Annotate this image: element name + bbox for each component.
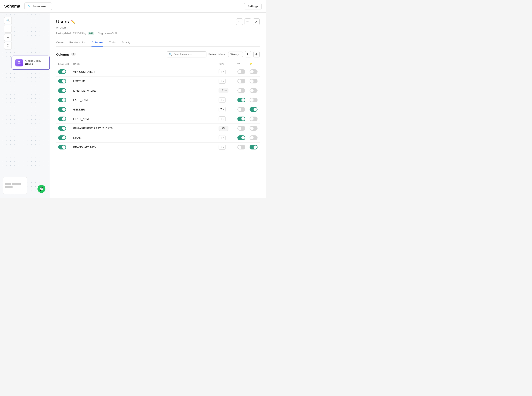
zoom-in-button[interactable]: + bbox=[4, 25, 12, 33]
tab-activity[interactable]: Activity bbox=[122, 39, 130, 47]
parent-model-node[interactable]: PARENT MODEL Users bbox=[11, 56, 50, 70]
chat-icon: 💬 bbox=[40, 187, 43, 191]
connection-lines bbox=[50, 53, 50, 70]
panel-tabs: Query Relationships Columns Traits Activ… bbox=[56, 39, 260, 47]
column-star-toggle[interactable] bbox=[238, 116, 245, 121]
chevron-down-icon: ▾ bbox=[48, 5, 49, 7]
column-star-toggle[interactable] bbox=[238, 69, 245, 74]
column-bulb-toggle[interactable] bbox=[249, 69, 258, 74]
minus-icon: − bbox=[7, 36, 9, 39]
search-button[interactable]: 🔍 bbox=[4, 17, 12, 24]
column-star-toggle[interactable] bbox=[238, 107, 245, 112]
table-row: USER_IDT▾ bbox=[56, 76, 260, 86]
chat-button[interactable]: 💬 bbox=[38, 185, 45, 193]
search-box[interactable]: 🔍 bbox=[167, 51, 206, 58]
chevron-down-icon: ▾ bbox=[223, 99, 224, 101]
type-label: 123 bbox=[221, 127, 225, 130]
column-star-toggle[interactable] bbox=[238, 88, 245, 93]
column-type-badge[interactable]: T▾ bbox=[219, 79, 226, 84]
fullscreen-button[interactable]: ⛶ bbox=[4, 42, 12, 49]
table-row: VIP_CUSTOMERT▾ bbox=[56, 67, 260, 76]
column-type-badge[interactable]: T▾ bbox=[219, 145, 226, 150]
meta-slug-value: users-3 bbox=[105, 32, 113, 35]
column-type-badge[interactable]: 123▾ bbox=[219, 126, 228, 131]
column-name: LAST_NAME bbox=[73, 99, 89, 102]
ellipsis-icon: ••• bbox=[246, 20, 249, 23]
chevron-down-icon: ▾ bbox=[223, 71, 224, 73]
column-name: USER_ID bbox=[73, 80, 85, 83]
column-bulb-toggle[interactable] bbox=[249, 88, 258, 93]
columns-table: ENABLED NAME TYPE *** 💡 VIP_CUSTOMERT▾US… bbox=[56, 61, 260, 152]
column-bulb-toggle[interactable] bbox=[249, 98, 258, 102]
settings-button[interactable]: Settings bbox=[244, 3, 262, 9]
th-star: *** bbox=[235, 61, 248, 67]
column-type-badge[interactable]: T▾ bbox=[219, 116, 226, 121]
refresh-button[interactable]: ↻ bbox=[245, 51, 251, 58]
column-star-toggle[interactable] bbox=[238, 98, 245, 102]
th-type: TYPE bbox=[216, 61, 235, 67]
type-label: T bbox=[221, 108, 222, 111]
column-star-toggle[interactable] bbox=[238, 135, 245, 140]
column-enabled-toggle[interactable] bbox=[58, 69, 66, 74]
column-bulb-toggle[interactable] bbox=[249, 135, 258, 140]
edit-icon[interactable]: ✏️ bbox=[71, 20, 75, 24]
type-label: T bbox=[221, 80, 222, 83]
chevron-down-icon: ▾ bbox=[223, 137, 224, 139]
column-bulb-toggle[interactable] bbox=[249, 145, 258, 150]
interval-select[interactable]: Weekly ▾ bbox=[228, 52, 243, 57]
column-star-toggle[interactable] bbox=[238, 79, 245, 83]
tab-relationships[interactable]: Relationships bbox=[69, 39, 86, 47]
type-label: T bbox=[221, 136, 222, 139]
column-bulb-toggle[interactable] bbox=[249, 79, 258, 83]
column-star-toggle[interactable] bbox=[238, 145, 245, 150]
column-type-badge[interactable]: T▾ bbox=[219, 69, 226, 74]
columns-title-text: Columns bbox=[56, 53, 69, 56]
column-bulb-toggle[interactable] bbox=[249, 116, 258, 121]
column-type-badge[interactable]: T▾ bbox=[219, 135, 226, 140]
columns-header: Columns 9 🔍 Refresh interval Weekly ▾ ↻ bbox=[56, 51, 260, 58]
column-enabled-toggle[interactable] bbox=[58, 79, 66, 83]
column-star-toggle[interactable] bbox=[238, 126, 245, 131]
search-icon: 🔍 bbox=[169, 53, 172, 56]
close-button[interactable]: ✕ bbox=[253, 18, 260, 25]
type-label: T bbox=[221, 117, 222, 120]
table-settings-button[interactable]: ⚙ bbox=[253, 51, 260, 58]
meta-updated-label: Last updated: bbox=[56, 32, 71, 35]
column-enabled-toggle[interactable] bbox=[58, 126, 66, 131]
meta-user-badge: ME bbox=[88, 32, 94, 35]
column-enabled-toggle[interactable] bbox=[58, 98, 66, 102]
panel-meta: Last updated: 05/16/23 by ME Slug: users… bbox=[56, 32, 260, 35]
column-enabled-toggle[interactable] bbox=[58, 135, 66, 140]
minimap bbox=[3, 177, 27, 194]
column-enabled-toggle[interactable] bbox=[58, 116, 66, 121]
column-type-badge[interactable]: 123▾ bbox=[219, 88, 228, 93]
chevron-down-icon: ▾ bbox=[226, 127, 226, 129]
column-enabled-toggle[interactable] bbox=[58, 145, 66, 150]
column-name: GENDER bbox=[73, 108, 85, 111]
column-bulb-toggle[interactable] bbox=[249, 107, 258, 112]
target-icon-button[interactable]: ⊙ bbox=[236, 18, 243, 25]
tab-query[interactable]: Query bbox=[56, 39, 63, 47]
column-enabled-toggle[interactable] bbox=[58, 107, 66, 112]
tab-traits[interactable]: Traits bbox=[109, 39, 116, 47]
canvas-toolbar: 🔍 + − ⛶ bbox=[2, 15, 14, 52]
type-label: T bbox=[221, 70, 222, 73]
plus-icon: + bbox=[7, 27, 9, 31]
panel-title: Users bbox=[56, 19, 69, 24]
column-bulb-toggle[interactable] bbox=[249, 126, 258, 131]
more-options-button[interactable]: ••• bbox=[244, 18, 251, 25]
column-name: BRAND_AFFINITY bbox=[73, 146, 96, 149]
copy-icon[interactable]: ⧉ bbox=[115, 32, 117, 35]
search-input[interactable] bbox=[174, 53, 204, 56]
refresh-interval-label: Refresh interval bbox=[209, 53, 226, 56]
type-label: T bbox=[221, 146, 222, 149]
snowflake-selector[interactable]: ✳ Snowflake ▾ bbox=[24, 2, 52, 10]
interval-value: Weekly bbox=[231, 53, 239, 56]
zoom-out-button[interactable]: − bbox=[4, 34, 12, 41]
tab-columns[interactable]: Columns bbox=[91, 39, 103, 47]
column-type-badge[interactable]: T▾ bbox=[219, 107, 226, 112]
column-type-badge[interactable]: T▾ bbox=[219, 98, 226, 103]
th-name: NAME bbox=[71, 61, 216, 67]
column-enabled-toggle[interactable] bbox=[58, 88, 66, 93]
table-row: FIRST_NAMET▾ bbox=[56, 114, 260, 124]
